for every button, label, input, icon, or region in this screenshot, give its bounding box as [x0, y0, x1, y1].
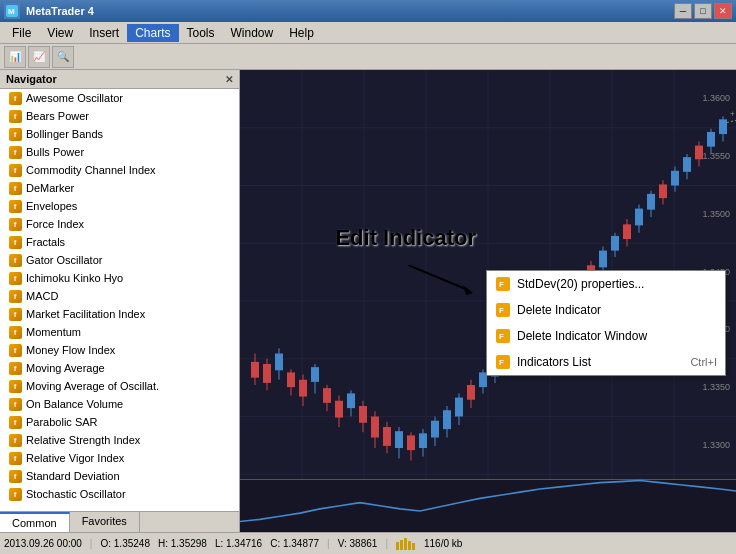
- svg-rect-27: [263, 364, 271, 383]
- nav-item-bulls-power[interactable]: f Bulls Power: [0, 143, 239, 161]
- svg-text:F: F: [499, 306, 504, 315]
- svg-rect-85: [611, 236, 619, 251]
- menu-charts[interactable]: Charts: [127, 24, 178, 42]
- context-menu-item-properties[interactable]: F StdDev(20) properties...: [487, 271, 725, 297]
- svg-text:1.3500: 1.3500: [702, 209, 730, 219]
- nav-item-icon: f: [8, 127, 22, 141]
- svg-text:1.3350: 1.3350: [702, 382, 730, 392]
- svg-line-108: [408, 265, 468, 290]
- svg-rect-120: [404, 538, 407, 550]
- status-close: C: 1.34877: [270, 538, 319, 549]
- svg-rect-83: [599, 251, 607, 268]
- nav-item-icon: f: [8, 397, 22, 411]
- svg-rect-55: [431, 421, 439, 438]
- nav-item-ichimoku-kinko-hyo[interactable]: f Ichimoku Kinko Hyo: [0, 269, 239, 287]
- svg-rect-49: [395, 431, 403, 448]
- status-volume: V: 38861: [338, 538, 378, 549]
- svg-text:+: +: [730, 110, 735, 119]
- bar-chart-icon: [396, 538, 416, 550]
- nav-item-relative-vigor-index[interactable]: f Relative Vigor Index: [0, 449, 239, 467]
- nav-item-parabolic-sar[interactable]: f Parabolic SAR: [0, 413, 239, 431]
- nav-item-bollinger-bands[interactable]: f Bollinger Bands: [0, 125, 239, 143]
- status-bar: 2013.09.26 00:00 | O: 1.35248 H: 1.35298…: [0, 532, 736, 554]
- nav-item-icon: f: [8, 307, 22, 321]
- context-menu-item-delete[interactable]: F Delete Indicator: [487, 297, 725, 323]
- svg-rect-97: [683, 157, 691, 172]
- minimize-button[interactable]: ─: [674, 3, 692, 19]
- svg-rect-31: [287, 372, 295, 387]
- nav-item-icon: f: [8, 379, 22, 393]
- nav-item-stochastic-oscillator[interactable]: f Stochastic Oscillator: [0, 485, 239, 503]
- menu-view[interactable]: View: [39, 24, 81, 42]
- svg-text:F: F: [499, 332, 504, 341]
- window-title: MetaTrader 4: [26, 5, 94, 17]
- nav-item-momentum[interactable]: f Momentum: [0, 323, 239, 341]
- toolbar-btn-3[interactable]: 🔍: [52, 46, 74, 68]
- svg-text:F: F: [499, 358, 504, 367]
- nav-item-moving-average-of-oscillat.[interactable]: f Moving Average of Oscillat.: [0, 377, 239, 395]
- nav-item-force-index[interactable]: f Force Index: [0, 215, 239, 233]
- nav-item-macd[interactable]: f MACD: [0, 287, 239, 305]
- maximize-button[interactable]: □: [694, 3, 712, 19]
- nav-item-envelopes[interactable]: f Envelopes: [0, 197, 239, 215]
- nav-item-fractals[interactable]: f Fractals: [0, 233, 239, 251]
- nav-item-money-flow-index[interactable]: f Money Flow Index: [0, 341, 239, 359]
- svg-rect-106: [240, 480, 736, 533]
- nav-item-icon: f: [8, 469, 22, 483]
- navigator-close-button[interactable]: ✕: [225, 74, 233, 85]
- svg-rect-45: [371, 417, 379, 438]
- close-button[interactable]: ✕: [714, 3, 732, 19]
- list-icon: F: [495, 354, 511, 370]
- svg-rect-39: [335, 401, 343, 418]
- context-menu-item-delete-window[interactable]: F Delete Indicator Window: [487, 323, 725, 349]
- status-open: O: 1.35248: [100, 538, 149, 549]
- tab-favorites[interactable]: Favorites: [70, 512, 140, 532]
- navigator-list[interactable]: f Awesome Oscillator f Bears Power f Bol…: [0, 89, 239, 511]
- nav-item-icon: f: [8, 271, 22, 285]
- nav-item-moving-average[interactable]: f Moving Average: [0, 359, 239, 377]
- tab-common[interactable]: Common: [0, 512, 70, 532]
- svg-text:1.3300: 1.3300: [702, 440, 730, 450]
- nav-item-commodity-channel-index[interactable]: f Commodity Channel Index: [0, 161, 239, 179]
- nav-item-market-facilitation-index[interactable]: f Market Facilitation Index: [0, 305, 239, 323]
- nav-item-relative-strength-index[interactable]: f Relative Strength Index: [0, 431, 239, 449]
- svg-rect-59: [455, 398, 463, 417]
- nav-item-icon: f: [8, 343, 22, 357]
- svg-text:1.3550: 1.3550: [702, 151, 730, 161]
- nav-item-icon: f: [8, 91, 22, 105]
- svg-text:1.3600: 1.3600: [702, 93, 730, 103]
- nav-item-bears-power[interactable]: f Bears Power: [0, 107, 239, 125]
- svg-rect-95: [671, 171, 679, 186]
- nav-item-icon: f: [8, 163, 22, 177]
- context-menu-item-list[interactable]: F Indicators List Ctrl+I: [487, 349, 725, 375]
- app-icon: M: [4, 3, 20, 19]
- nav-item-icon: f: [8, 109, 22, 123]
- nav-item-icon: f: [8, 253, 22, 267]
- toolbar-btn-1[interactable]: 📊: [4, 46, 26, 68]
- nav-item-icon: f: [8, 487, 22, 501]
- nav-item-awesome-oscillator[interactable]: f Awesome Oscillator: [0, 89, 239, 107]
- nav-item-standard-deviation[interactable]: f Standard Deviation: [0, 467, 239, 485]
- context-menu: F StdDev(20) properties... F Delete Indi…: [486, 270, 726, 376]
- nav-item-demarker[interactable]: f DeMarker: [0, 179, 239, 197]
- nav-item-gator-oscillator[interactable]: f Gator Oscillator: [0, 251, 239, 269]
- svg-text:M: M: [8, 7, 15, 16]
- svg-rect-119: [400, 540, 403, 550]
- toolbar-btn-2[interactable]: 📈: [28, 46, 50, 68]
- menu-tools[interactable]: Tools: [179, 24, 223, 42]
- status-datetime: 2013.09.26 00:00: [4, 538, 82, 549]
- menu-file[interactable]: File: [4, 24, 39, 42]
- window-controls[interactable]: ─ □ ✕: [674, 3, 732, 19]
- navigator-header: Navigator ✕: [0, 70, 239, 89]
- nav-item-on-balance-volume[interactable]: f On Balance Volume: [0, 395, 239, 413]
- svg-rect-103: [719, 119, 727, 134]
- nav-item-icon: f: [8, 199, 22, 213]
- context-item-shortcut-4: Ctrl+I: [690, 356, 717, 368]
- chart-area[interactable]: 1.3600 1.3550 1.3500 1.3450 1.3400 1.335…: [240, 70, 736, 532]
- status-high: H: 1.35298: [158, 538, 207, 549]
- menu-insert[interactable]: Insert: [81, 24, 127, 42]
- svg-rect-91: [647, 194, 655, 210]
- svg-rect-51: [407, 435, 415, 450]
- menu-window[interactable]: Window: [223, 24, 282, 42]
- menu-help[interactable]: Help: [281, 24, 322, 42]
